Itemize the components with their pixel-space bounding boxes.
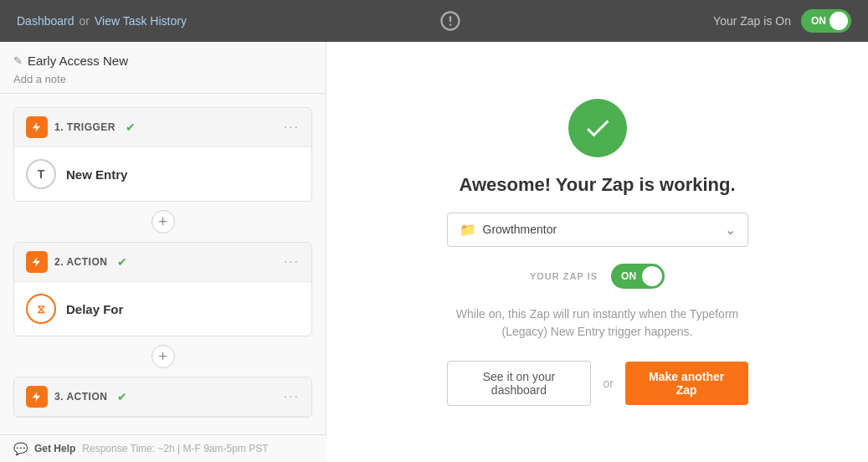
step-app-icon-1: T	[26, 159, 56, 189]
trigger-app-icon	[26, 116, 48, 138]
topbar-left: Dashboard or View Task History	[17, 14, 187, 28]
success-card: Awesome! Your Zap is working. 📁 Growthme…	[430, 74, 765, 431]
step-dots-3[interactable]: ···	[284, 389, 300, 404]
step-header-trigger: 1. TRIGGER ✔ ···	[14, 108, 311, 147]
zap-status-label: Your Zap is On	[713, 14, 791, 28]
toggle-on-label: ON	[811, 15, 826, 27]
step-body-2[interactable]: ⧖ Delay For	[14, 282, 311, 336]
step-list: 1. TRIGGER ✔ ··· T New Entry +	[0, 94, 326, 462]
action-app-icon-2	[26, 386, 48, 408]
step-header-left-action-1: 2. ACTION ✔	[26, 251, 127, 273]
right-panel: Awesome! Your Zap is working. 📁 Growthme…	[326, 42, 868, 462]
make-another-zap-button[interactable]: Make another Zap	[625, 362, 748, 405]
step-check-3: ✔	[117, 390, 127, 403]
step-header-left-action-2: 3. ACTION ✔	[26, 386, 127, 408]
step-header-action-1: 2. ACTION ✔ ···	[14, 243, 311, 282]
pencil-icon: ✎	[13, 54, 23, 67]
folder-dropdown-left: 📁 Growthmentor	[460, 222, 557, 238]
step-type-label-1: 1. TRIGGER	[54, 121, 116, 133]
action-row: See it on your dashboard or Make another…	[447, 361, 748, 406]
topbar-center	[439, 9, 462, 33]
folder-icon: 📁	[460, 222, 476, 238]
zap-name-text[interactable]: Early Access New	[28, 54, 128, 68]
zap-name-row: ✎ Early Access New	[13, 54, 312, 68]
topbar-right: Your Zap is On ON	[713, 9, 851, 33]
step-name-1: New Entry	[66, 167, 127, 182]
help-icon: 💬	[13, 442, 28, 455]
left-panel: ✎ Early Access New Add a note 1. TRIGGER…	[0, 42, 326, 462]
step-app-icon-2: ⧖	[26, 294, 56, 324]
add-note[interactable]: Add a note	[13, 73, 66, 85]
step-dots-2[interactable]: ···	[284, 254, 300, 270]
zap-toggle[interactable]: ON	[801, 9, 851, 33]
success-icon	[568, 99, 627, 157]
topbar-or: or	[80, 14, 90, 28]
step-check-1: ✔	[126, 121, 136, 134]
main-layout: ✎ Early Access New Add a note 1. TRIGGER…	[0, 42, 868, 462]
folder-name: Growthmentor	[483, 223, 557, 236]
step-name-2: Delay For	[66, 302, 123, 316]
bottom-bar: 💬 Get Help Response Time: ~2h | M-F 9am-…	[0, 434, 326, 462]
zap-is-row: YOUR ZAP IS ON	[530, 264, 665, 289]
step-card-action-2: 3. ACTION ✔ ···	[13, 377, 312, 418]
view-history-link[interactable]: View Task History	[95, 14, 187, 28]
step-header-action-2: 3. ACTION ✔ ···	[14, 377, 311, 417]
action-app-icon-1	[26, 251, 48, 273]
step-type-label-2: 2. ACTION	[54, 256, 107, 268]
bottom-bar-response: Response Time: ~2h | M-F 9am-5pm PST	[82, 443, 268, 454]
zap-is-label: YOUR ZAP IS	[530, 271, 598, 281]
checkmark-icon	[583, 113, 613, 143]
step-type-label-3: 3. ACTION	[54, 391, 107, 403]
topbar: Dashboard or View Task History Your Zap …	[0, 0, 868, 42]
toggle-main-on-label: ON	[621, 270, 636, 282]
step-dots-1[interactable]: ···	[284, 120, 300, 135]
step-card-action-1: 2. ACTION ✔ ··· ⧖ Delay For	[13, 242, 312, 336]
see-dashboard-button[interactable]: See it on your dashboard	[447, 361, 592, 406]
zap-name-bar: ✎ Early Access New Add a note	[0, 42, 326, 94]
description-text: While on, this Zap will run instantly wh…	[455, 305, 740, 341]
success-title: Awesome! Your Zap is working.	[459, 174, 735, 196]
step-card-trigger: 1. TRIGGER ✔ ··· T New Entry	[13, 107, 312, 202]
step-body-1[interactable]: T New Entry	[14, 147, 311, 201]
zap-main-toggle[interactable]: ON	[611, 264, 665, 289]
add-step-btn-1[interactable]: +	[152, 210, 175, 234]
get-help-label[interactable]: Get Help	[34, 443, 75, 454]
step-check-2: ✔	[117, 255, 127, 269]
folder-dropdown[interactable]: 📁 Growthmentor ⌄	[447, 213, 748, 247]
action-row-or: or	[603, 377, 613, 390]
zapier-logo-icon	[439, 9, 462, 33]
step-header-left-trigger: 1. TRIGGER ✔	[26, 116, 136, 138]
toggle-knob-main	[642, 266, 662, 286]
toggle-knob	[829, 12, 848, 30]
chevron-down-icon: ⌄	[725, 222, 736, 238]
dashboard-link[interactable]: Dashboard	[17, 14, 74, 28]
add-step-btn-2[interactable]: +	[152, 345, 175, 368]
